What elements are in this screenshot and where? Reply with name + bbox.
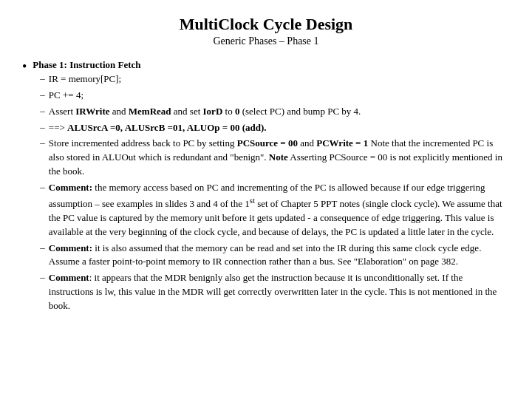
list-item: –Comment: it appears that the MDR benign… [40,271,510,313]
item-text: Comment: it appears that the MDR benignl… [49,271,510,313]
dash-icon: – [40,105,45,117]
item-text: Store incremented address back to PC by … [49,137,510,179]
dash-icon: – [40,72,45,84]
dash-icon: – [40,181,45,193]
page-title: MultiClock Cycle Design [22,15,510,34]
list-item: –Comment: it is also assumed that the me… [40,242,510,270]
list-item: –Assert IRWrite and MemRead and set IorD… [40,105,510,119]
main-content: • Phase 1: Instruction Fetch –IR = memor… [22,59,510,316]
item-text: PC += 4; [49,89,510,103]
list-item: –PC += 4; [40,89,510,103]
dash-icon: – [40,121,45,133]
dash-icon: – [40,89,45,100]
bullet-point: • [22,59,27,75]
item-text: Comment: it is also assumed that the mem… [49,242,510,270]
list-item: –IR = memory[PC]; [40,72,510,86]
list-item: –Store incremented address back to PC by… [40,137,510,179]
item-text: Comment: the memory access based on PC a… [49,181,510,239]
page-subtitle: Generic Phases – Phase 1 [22,35,510,47]
phase-section: Phase 1: Instruction Fetch –IR = memory[… [33,59,510,316]
item-text: IR = memory[PC]; [49,72,510,86]
item-text: Assert IRWrite and MemRead and set IorD … [49,105,510,119]
dash-icon: – [40,271,45,283]
dash-icon: – [40,242,45,253]
dash-icon: – [40,137,45,149]
list-item: –Comment: the memory access based on PC … [40,181,510,239]
item-text: ==> ALUSrcA =0, ALUSrcB =01, ALUOp = 00 … [49,121,510,135]
phase-heading: Phase 1: Instruction Fetch [33,59,510,71]
items-list: –IR = memory[PC];–PC += 4;–Assert IRWrit… [40,72,510,313]
list-item: –==> ALUSrcA =0, ALUSrcB =01, ALUOp = 00… [40,121,510,135]
